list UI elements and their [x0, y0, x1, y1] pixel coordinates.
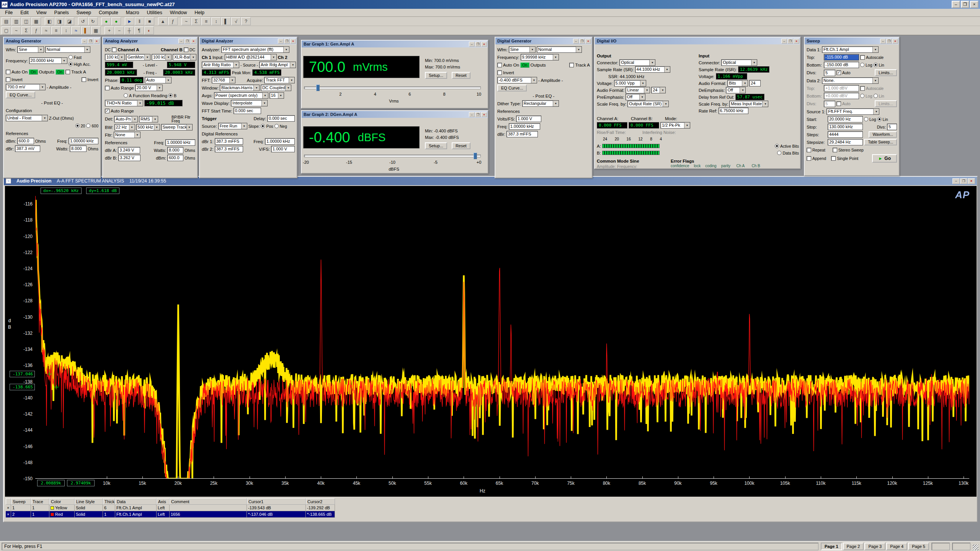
panel-sweep-icon[interactable]: ↕ — [211, 17, 221, 25]
detector-select[interactable]: Auto-Pn▼ — [114, 116, 138, 122]
chevron-down-icon[interactable]: ▼ — [137, 100, 143, 106]
panel-bar-graph-icon[interactable]: ▌ — [221, 17, 231, 25]
minimize-button[interactable]: – — [178, 39, 184, 44]
freq-reference-field[interactable]: 1.00000 kHz — [165, 139, 195, 146]
maximize-button[interactable]: ❐ — [475, 112, 481, 117]
repeat-checkbox[interactable] — [807, 148, 811, 152]
column-header-cursor2[interactable]: Cursor2 — [306, 498, 335, 505]
go-button[interactable]: ►Go — [872, 154, 897, 163]
menu-macro[interactable]: Macro — [122, 9, 143, 16]
bar-graph-marker[interactable] — [316, 85, 320, 91]
zoom-out-icon[interactable]: − — [114, 26, 124, 34]
chevron-down-icon[interactable]: ▼ — [576, 47, 581, 52]
sweep-stop-icon[interactable]: ■ — [145, 17, 154, 25]
dbm-field[interactable]: 600.0 — [167, 155, 183, 161]
chevron-down-icon[interactable]: ▼ — [190, 54, 196, 60]
bw-low-select[interactable]: 22 Hz▼ — [114, 124, 135, 130]
dbr1-field[interactable]: 387.3 mFFS — [215, 138, 243, 145]
column-header-data[interactable]: Data — [115, 498, 157, 505]
menu-utilities[interactable]: Utilities — [144, 9, 166, 16]
chevron-down-icon[interactable]: ▼ — [285, 85, 291, 91]
fft-start-time-field[interactable]: 0.000 sec — [234, 108, 261, 114]
bar-graph-2-titlebar[interactable]: Bar Graph 2: DGen.Ampl A–❐× — [302, 111, 488, 118]
waveform-select[interactable]: Sine▼ — [509, 46, 536, 53]
minimize-button[interactable]: – — [469, 42, 475, 47]
page-tab-4[interactable]: Page 4 — [886, 543, 907, 550]
detector-mode-select[interactable]: RMS▼ — [139, 116, 158, 122]
configuration-select[interactable]: Unbal - Float▼ — [6, 115, 48, 121]
delay-field[interactable]: 0.000 sec — [267, 115, 295, 122]
chevron-down-icon[interactable]: ▼ — [134, 132, 140, 138]
minimize-button[interactable]: – — [952, 1, 960, 8]
chevron-down-icon[interactable]: ▼ — [283, 47, 289, 52]
append-checkbox[interactable] — [807, 156, 811, 161]
volts-fs-field[interactable]: 1.000 V — [516, 116, 541, 122]
single-point-checkbox[interactable] — [831, 156, 836, 161]
deemphasis-select[interactable]: Off▼ — [726, 87, 746, 93]
amplitude-select[interactable]: 700.0 mV▼ — [6, 84, 46, 90]
log1-radio[interactable] — [860, 63, 864, 67]
bw-high-select[interactable]: 500 kHz▼ — [136, 124, 160, 130]
dc-a-checkbox[interactable] — [112, 47, 116, 52]
coupling-select[interactable]: DC Coupled▼ — [261, 85, 291, 91]
analog-generator-titlebar[interactable]: Analog Generator–❐× — [4, 37, 100, 44]
track-a-checkbox[interactable] — [65, 70, 70, 74]
minimize-button[interactable]: – — [781, 39, 787, 44]
auto2-checkbox[interactable] — [836, 101, 841, 106]
compute-icon[interactable]: √ — [231, 17, 241, 25]
dbr-reference-field[interactable]: 387.3 mV — [15, 145, 40, 152]
copy-icon[interactable]: ◨ — [55, 17, 64, 25]
chevron-down-icon[interactable]: ▼ — [42, 115, 47, 121]
cursor1-x-readout[interactable]: 2.00889k — [37, 480, 65, 486]
invert-a-checkbox[interactable] — [6, 77, 10, 82]
table-sweep-button[interactable]: Table Sweep... — [864, 139, 897, 145]
bottom2-field[interactable]: +0.000 dBV — [824, 93, 859, 99]
close-button[interactable]: × — [94, 39, 100, 44]
divs2-field[interactable]: 5 — [824, 101, 835, 107]
panel-analog-generator-icon[interactable]: ~ — [181, 17, 191, 25]
in-connector-select[interactable]: Optical▼ — [721, 59, 757, 66]
chevron-down-icon[interactable]: ▼ — [84, 47, 90, 52]
page-tab-1[interactable]: Page 1 — [821, 543, 842, 550]
workspace-icon[interactable]: ▢ — [2, 26, 11, 34]
freq-field[interactable]: 1.00000 kHz — [265, 138, 295, 145]
waveform-mode-select[interactable]: Normal▼ — [45, 46, 90, 53]
waveform-button[interactable]: Waveform... — [869, 131, 897, 138]
fast-radio[interactable] — [69, 55, 73, 59]
invert-checkbox[interactable] — [497, 70, 502, 75]
close-button[interactable]: × — [481, 42, 487, 47]
color-palette-icon[interactable]: ◐ — [144, 26, 154, 34]
output-a-on-button[interactable]: On — [29, 69, 38, 75]
chevron-down-icon[interactable]: ▼ — [157, 85, 162, 91]
reading-ampl-select[interactable]: Anlr Rdg Ampl▼ — [259, 62, 296, 68]
analyzer-on-icon[interactable]: ● — [111, 17, 121, 25]
column-header-trace[interactable]: Trace — [31, 498, 49, 505]
limits1-button[interactable]: Limits... — [875, 69, 897, 76]
limits2-button[interactable]: Limits... — [875, 100, 897, 107]
show-digital-io-icon[interactable]: ≡ — [51, 26, 61, 34]
new-test-icon[interactable]: ▤ — [2, 17, 11, 25]
show-bar-graph-icon[interactable]: ▌ — [81, 26, 91, 34]
maximize-button[interactable]: ❐ — [185, 39, 190, 44]
page-tab-3[interactable]: Page 3 — [864, 543, 885, 550]
maximize-button[interactable]: ❐ — [475, 42, 481, 47]
freq-ref-field[interactable]: 1.00000 kHz — [509, 123, 540, 130]
channel-a-field[interactable]: 0.000 FFS — [597, 122, 627, 129]
minimize-button[interactable]: – — [880, 39, 886, 44]
outputs-on-button[interactable]: On — [520, 62, 529, 68]
bottom1-field[interactable]: -150.000 dB — [824, 62, 859, 68]
source-b-select[interactable]: XLR-Bal▼ — [173, 54, 196, 60]
chevron-down-icon[interactable]: ▼ — [61, 58, 67, 64]
auto-range-2-checkbox[interactable]: ✓ — [105, 109, 109, 113]
wave-display-select[interactable]: Interpolate▼ — [231, 100, 268, 106]
menu-sweep[interactable]: Sweep — [73, 9, 95, 16]
out-bits-select[interactable]: 24▼ — [651, 87, 666, 93]
frequency-select[interactable]: 9.99998 kHz▼ — [521, 54, 559, 60]
output-b-on-button[interactable]: On — [56, 69, 64, 75]
column-header-comment[interactable]: Comment — [170, 498, 247, 505]
amplitude-select[interactable]: -0.400 dBFS▼ — [497, 77, 537, 83]
dbr-field[interactable]: 387.3 mFFS — [506, 131, 538, 137]
dither-type-select[interactable]: Rectangular▼ — [522, 100, 559, 107]
watts-field[interactable]: 8.000 — [167, 147, 183, 153]
zoom-in-icon[interactable]: + — [105, 26, 114, 34]
